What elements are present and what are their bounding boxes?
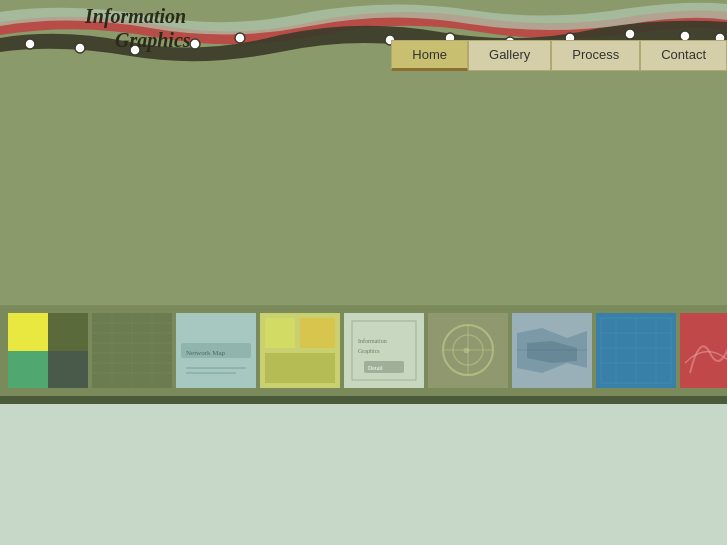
gallery-thumb-7[interactable] bbox=[512, 313, 592, 388]
nav-contact[interactable]: Contact bbox=[640, 40, 727, 71]
nav-gallery[interactable]: Gallery bbox=[468, 40, 551, 71]
svg-text:Detail: Detail bbox=[368, 365, 383, 371]
svg-rect-31 bbox=[344, 313, 424, 388]
svg-point-1 bbox=[75, 43, 85, 53]
svg-text:Information: Information bbox=[358, 338, 387, 344]
logo-information: Information bbox=[85, 4, 191, 28]
gallery-thumb-8[interactable] bbox=[596, 313, 676, 388]
svg-rect-29 bbox=[300, 318, 335, 348]
svg-text:⊗: ⊗ bbox=[463, 346, 470, 355]
gallery-thumb-6[interactable]: ⊗ bbox=[428, 313, 508, 388]
logo: Information Graphics bbox=[85, 4, 191, 52]
thumb-pattern bbox=[512, 313, 592, 388]
thumb-pattern: ⊗ bbox=[428, 313, 508, 388]
svg-point-4 bbox=[235, 33, 245, 43]
svg-point-3 bbox=[190, 39, 200, 49]
bottom-bar bbox=[0, 396, 727, 404]
gallery-thumb-5[interactable]: Information Graphics Detail bbox=[344, 313, 424, 388]
thumb-pattern: Network Map bbox=[176, 313, 256, 388]
gallery-thumb-3[interactable]: Network Map bbox=[176, 313, 256, 388]
thumb-pattern bbox=[680, 313, 727, 388]
block bbox=[48, 351, 88, 389]
gallery-thumb-2[interactable] bbox=[92, 313, 172, 388]
svg-text:Network Map: Network Map bbox=[186, 349, 226, 357]
gallery-thumb-9[interactable] bbox=[680, 313, 727, 388]
svg-point-0 bbox=[25, 39, 35, 49]
svg-point-9 bbox=[625, 29, 635, 39]
thumb-pattern: Information Graphics Detail bbox=[344, 313, 424, 388]
svg-rect-30 bbox=[265, 353, 335, 383]
main-content bbox=[0, 75, 727, 305]
thumb-pattern bbox=[260, 313, 340, 388]
gallery-thumb-1[interactable] bbox=[8, 313, 88, 388]
block bbox=[8, 313, 48, 351]
nav-home[interactable]: Home bbox=[391, 40, 468, 71]
thumb-pattern bbox=[596, 313, 676, 388]
svg-rect-53 bbox=[680, 313, 727, 388]
footer bbox=[0, 404, 727, 545]
navigation: Home Gallery Process Contact bbox=[391, 40, 727, 71]
logo-graphics: Graphics bbox=[115, 28, 191, 52]
gallery-strip: Network Map Information Graphics bbox=[0, 305, 727, 396]
header: Information Graphics Home Gallery Proces… bbox=[0, 0, 727, 75]
thumb-pattern bbox=[92, 313, 172, 388]
nav-process[interactable]: Process bbox=[551, 40, 640, 71]
svg-text:Graphics: Graphics bbox=[358, 348, 380, 354]
svg-rect-28 bbox=[265, 318, 295, 348]
gallery-thumb-4[interactable] bbox=[260, 313, 340, 388]
block bbox=[8, 351, 48, 389]
block bbox=[48, 313, 88, 351]
